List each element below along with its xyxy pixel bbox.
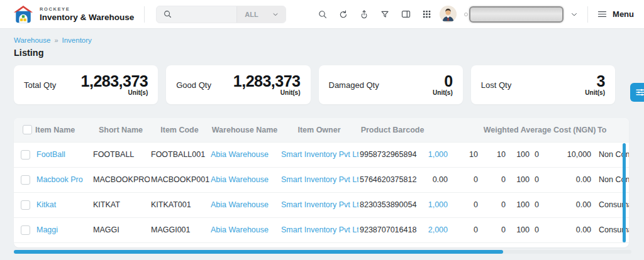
item-name-link[interactable]: Kitkat (36, 200, 56, 209)
qty-cell: 100 (509, 192, 533, 217)
search-icon (318, 9, 328, 19)
warehouse-link[interactable]: Abia Warehouse (211, 225, 269, 234)
qty-link[interactable]: 1,000 (428, 150, 448, 159)
wac-cell: 10,000 (552, 142, 597, 167)
chevron-down-icon (272, 11, 279, 18)
select-all-checkbox[interactable] (23, 125, 32, 134)
stat-card-damaged-qty: Damaged Qty 0 Unit(s) (319, 65, 463, 104)
item-code-cell: FOOTBALL001 (150, 142, 209, 167)
stat-label: Total Qty (24, 80, 56, 90)
owner-link[interactable]: Smart Inventory Pvt Ltd (281, 225, 358, 234)
row-checkbox[interactable] (21, 175, 30, 185)
item-code-cell: MAGGI001 (150, 217, 209, 242)
wac-cell: 0.00 (552, 217, 597, 242)
row-checkbox[interactable] (21, 200, 30, 210)
table-header-row: Item Name Short Name Item Code Warehouse… (14, 118, 629, 142)
hamburger-icon (597, 9, 608, 19)
avatar[interactable] (440, 6, 457, 23)
stat-label: Damaged Qty (329, 80, 379, 90)
short-name-cell: MAGGI (92, 217, 150, 242)
stat-card-lost-qty: Lost Qty 3 Unit(s) (471, 65, 615, 104)
qty-cell: 0 (533, 192, 552, 217)
row-checkbox[interactable] (21, 150, 30, 160)
user-name-redacted[interactable] (469, 6, 564, 23)
layout-button[interactable] (397, 6, 414, 23)
qty-cell: 0 (452, 217, 482, 242)
barcode-cell: 9238707016418 (358, 217, 426, 242)
stat-label: Good Qty (176, 80, 211, 90)
owner-link[interactable]: Smart Inventory Pvt Ltd (281, 175, 358, 184)
item-code-cell: KITKAT001 (150, 192, 209, 217)
qty-cell: 0 (533, 167, 552, 192)
apps-button[interactable] (418, 6, 435, 23)
user-menu-chevron-icon[interactable] (570, 10, 579, 19)
col-item-owner: Item Owner (280, 118, 358, 142)
horizontal-scrollbar-thumb[interactable] (14, 250, 503, 254)
menu-button[interactable]: Menu (597, 9, 634, 19)
brand-tagline: ROCKEYE (40, 6, 134, 12)
app-logo[interactable]: ROCKEYE Inventory & Warehouse (13, 4, 134, 24)
row-checkbox[interactable] (21, 225, 30, 235)
search-button[interactable] (314, 6, 331, 23)
qty-cell: 100 (509, 167, 533, 192)
menu-label: Menu (613, 9, 634, 19)
divider (587, 6, 588, 23)
warehouse-link[interactable]: Abia Warehouse (211, 150, 269, 159)
stat-value: 3 (585, 73, 605, 89)
col-truncated: To (597, 118, 629, 142)
item-code-cell: MACBOOKP001 (150, 167, 209, 192)
page-title: Listing (14, 48, 44, 58)
brand-title: Inventory & Warehouse (40, 13, 134, 22)
qty-cell: 10 (482, 142, 509, 167)
filter-button[interactable] (377, 6, 393, 23)
qty-cell: 0 (482, 192, 509, 217)
warehouse-link[interactable]: Abia Warehouse (211, 175, 269, 184)
col-weighted-average-cost: Weighted Average Cost (NGN) (482, 118, 597, 142)
table-row: Macbook Pro MACBOOKPRO MACBOOKP001 Abia … (14, 167, 629, 192)
owner-link[interactable]: Smart Inventory Pvt Ltd (281, 200, 358, 209)
refresh-button[interactable] (335, 6, 352, 23)
qty-cell: 0 (452, 192, 482, 217)
item-name-link[interactable]: FootBall (36, 150, 65, 159)
qty-link[interactable]: 1,000 (428, 200, 448, 209)
stat-card-good-qty: Good Qty 1,283,373 Unit(s) (166, 65, 310, 104)
search-input[interactable] (177, 10, 236, 19)
vertical-scrollbar[interactable] (623, 143, 626, 242)
table-settings-button[interactable] (630, 83, 644, 102)
short-name-cell: MACBOOKPRO (92, 167, 150, 192)
owner-link[interactable]: Smart Inventory Pvt Ltd (281, 150, 358, 159)
table-row: Kitkat KITKAT KITKAT001 Abia Warehouse S… (14, 192, 629, 217)
stat-unit: Unit(s) (81, 90, 148, 97)
item-name-link[interactable]: Maggi (36, 225, 58, 234)
filter-funnel-icon (380, 9, 390, 19)
upload-button[interactable] (356, 6, 372, 23)
stat-unit: Unit(s) (433, 90, 453, 97)
col-product-barcode: Product Barcode (358, 118, 426, 142)
breadcrumb-warehouse[interactable]: Warehouse (14, 36, 50, 44)
table-row: FootBall FOOTBALL FOOTBALL001 Abia Wareh… (14, 142, 629, 167)
search-scope-dropdown[interactable]: ALL (236, 6, 286, 23)
qty-cell: 100 (509, 142, 533, 167)
search-scope-value: ALL (245, 11, 258, 18)
table-row: Maggi MAGGI MAGGI001 Abia Warehouse Smar… (14, 217, 629, 242)
search-icon (163, 9, 172, 19)
short-name-cell: KITKAT (92, 192, 150, 217)
qty-link[interactable]: 2,000 (428, 225, 448, 234)
breadcrumb-inventory[interactable]: Inventory (62, 36, 92, 44)
horizontal-scrollbar-track[interactable] (14, 250, 631, 254)
stat-value: 0 (433, 73, 453, 89)
item-name-link[interactable]: Macbook Pro (36, 175, 83, 184)
stat-value: 1,283,373 (81, 73, 148, 89)
stat-cards: Total Qty 1,283,373 Unit(s) Good Qty 1,2… (14, 65, 615, 104)
stat-card-total-qty: Total Qty 1,283,373 Unit(s) (14, 65, 158, 104)
layout-columns-icon (401, 9, 411, 19)
user-avatar-image (440, 6, 457, 23)
warehouse-link[interactable]: Abia Warehouse (211, 200, 269, 209)
col-item-name: Item Name (35, 118, 92, 142)
barcode-cell: 9958732965894 (358, 142, 426, 167)
qty-cell: 0 (533, 217, 552, 242)
stat-unit: Unit(s) (585, 90, 605, 97)
stat-unit: Unit(s) (233, 90, 301, 97)
qty-cell: 0 (533, 142, 552, 167)
global-search[interactable]: ALL (156, 6, 286, 23)
